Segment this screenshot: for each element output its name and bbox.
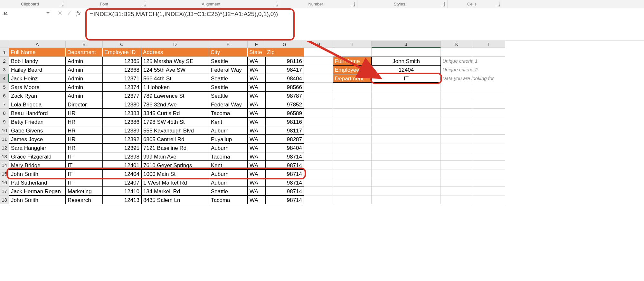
cell-G8[interactable]: 96589: [265, 109, 304, 117]
dialog-launcher-icon[interactable]: [441, 2, 445, 6]
cell-E8[interactable]: Tacoma: [209, 109, 248, 117]
cell-E18[interactable]: Tacoma: [209, 195, 248, 204]
row-header-5[interactable]: 5: [0, 83, 9, 91]
cell-H4[interactable]: [304, 74, 333, 83]
col-header-L[interactable]: L: [473, 41, 505, 48]
enter-icon[interactable]: ✓: [67, 10, 72, 17]
cell-E10[interactable]: Auburn: [209, 126, 248, 135]
cell-A15[interactable]: John Smith: [9, 169, 66, 178]
cell-H17[interactable]: [304, 187, 333, 195]
cell-B16[interactable]: IT: [66, 178, 103, 187]
cell-I17[interactable]: [333, 187, 372, 195]
cell-L17[interactable]: [473, 187, 505, 195]
cell-B9[interactable]: HR: [66, 117, 103, 126]
cell-A9[interactable]: Betty Friedan: [9, 117, 66, 126]
cell-L7[interactable]: [473, 100, 505, 109]
cell-B18[interactable]: Research: [66, 195, 103, 204]
cell-L15[interactable]: [473, 169, 505, 178]
cell-G5[interactable]: 98566: [265, 83, 304, 91]
cell-C13[interactable]: 12398: [103, 152, 141, 161]
cell-K12[interactable]: [441, 143, 473, 152]
cell-B12[interactable]: HR: [66, 143, 103, 152]
cell-B6[interactable]: Admin: [66, 91, 103, 100]
cell-G17[interactable]: 98714: [265, 187, 304, 195]
row-header-9[interactable]: 9: [0, 117, 9, 126]
cell-F18[interactable]: WA: [248, 195, 265, 204]
row-header-1[interactable]: 1: [0, 48, 9, 57]
cell-D7[interactable]: 786 32nd Ave: [141, 100, 209, 109]
cell-K7[interactable]: [441, 100, 473, 109]
cell-C9[interactable]: 12386: [103, 117, 141, 126]
col-header-A[interactable]: A: [9, 41, 66, 48]
cell-I9[interactable]: [333, 117, 372, 126]
cell-C5[interactable]: 12374: [103, 83, 141, 91]
cell-E5[interactable]: Seattle: [209, 83, 248, 91]
cell-L16[interactable]: [473, 178, 505, 187]
cell-G12[interactable]: 98404: [265, 143, 304, 152]
cell-K14[interactable]: [441, 161, 473, 169]
cell-G7[interactable]: 97852: [265, 100, 304, 109]
cell-A13[interactable]: Grace Fitzgerald: [9, 152, 66, 161]
cell-L9[interactable]: [473, 117, 505, 126]
row-header-12[interactable]: 12: [0, 143, 9, 152]
cell-E14[interactable]: Kent: [209, 161, 248, 169]
cell-F15[interactable]: WA: [248, 169, 265, 178]
cell-D13[interactable]: 999 Main Ave: [141, 152, 209, 161]
cell-H1[interactable]: [304, 48, 333, 57]
cell-G11[interactable]: 98287: [265, 135, 304, 143]
cell-F13[interactable]: WA: [248, 152, 265, 161]
cell-I5[interactable]: [333, 83, 372, 91]
cell-F7[interactable]: WA: [248, 100, 265, 109]
cell-E6[interactable]: Seattle: [209, 91, 248, 100]
cell-G6[interactable]: 98787: [265, 91, 304, 100]
cell-C2[interactable]: 12365: [103, 57, 141, 65]
cell-A7[interactable]: Lola Brigeda: [9, 100, 66, 109]
cell-C4[interactable]: 12371: [103, 74, 141, 83]
cell-L8[interactable]: [473, 109, 505, 117]
cell-E7[interactable]: Federal Way: [209, 100, 248, 109]
cell-K16[interactable]: [441, 178, 473, 187]
col-header-I[interactable]: I: [333, 41, 372, 48]
cell-H18[interactable]: [304, 195, 333, 204]
row-header-4[interactable]: 4: [0, 74, 9, 83]
cell-G10[interactable]: 98117: [265, 126, 304, 135]
cell-F10[interactable]: WA: [248, 126, 265, 135]
row-header-10[interactable]: 10: [0, 126, 9, 135]
cell-I3[interactable]: Employee ID: [333, 65, 372, 74]
cell-B11[interactable]: HR: [66, 135, 103, 143]
row-header-2[interactable]: 2: [0, 57, 9, 65]
cell-D6[interactable]: 789 Lawrence St: [141, 91, 209, 100]
cell-E4[interactable]: Seattle: [209, 74, 248, 83]
cell-F3[interactable]: WA: [248, 65, 265, 74]
cell-C1[interactable]: Employee ID: [103, 48, 141, 57]
cell-L10[interactable]: [473, 126, 505, 135]
cell-K8[interactable]: [441, 109, 473, 117]
cell-C15[interactable]: 12404: [103, 169, 141, 178]
row-header-15[interactable]: 15: [0, 169, 9, 178]
cell-K6[interactable]: [441, 91, 473, 100]
row-header-6[interactable]: 6: [0, 91, 9, 100]
cell-J7[interactable]: [372, 100, 441, 109]
cell-B15[interactable]: IT: [66, 169, 103, 178]
cell-G13[interactable]: 98714: [265, 152, 304, 161]
col-header-E[interactable]: E: [209, 41, 248, 48]
col-header-K[interactable]: K: [441, 41, 473, 48]
cell-I10[interactable]: [333, 126, 372, 135]
dialog-launcher-icon[interactable]: [273, 2, 277, 6]
cell-A16[interactable]: Pat Sutherland: [9, 178, 66, 187]
col-header-D[interactable]: D: [141, 41, 209, 48]
cell-B3[interactable]: Admin: [66, 65, 103, 74]
cell-G2[interactable]: 98116: [265, 57, 304, 65]
cell-L13[interactable]: [473, 152, 505, 161]
dialog-launcher-icon[interactable]: [351, 2, 355, 6]
cell-J12[interactable]: [372, 143, 441, 152]
cell-D15[interactable]: 1000 Main St: [141, 169, 209, 178]
cell-E15[interactable]: Auburn: [209, 169, 248, 178]
cell-J6[interactable]: [372, 91, 441, 100]
cell-B2[interactable]: Admin: [66, 57, 103, 65]
cell-K10[interactable]: [441, 126, 473, 135]
cell-A18[interactable]: John Smith: [9, 195, 66, 204]
cell-I16[interactable]: [333, 178, 372, 187]
cell-J17[interactable]: [372, 187, 441, 195]
cell-C12[interactable]: 12395: [103, 143, 141, 152]
